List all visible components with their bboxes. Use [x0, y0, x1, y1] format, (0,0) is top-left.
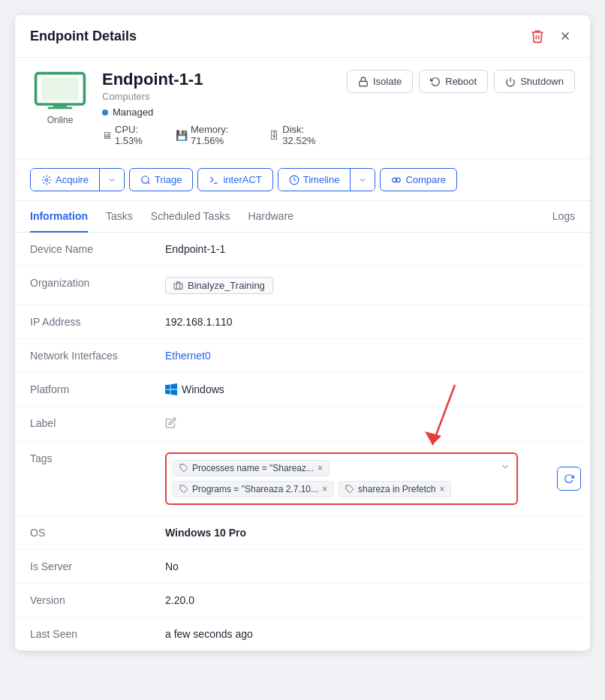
value-platform: Windows — [165, 383, 575, 395]
svg-rect-3 — [41, 77, 79, 101]
tab-logs[interactable]: Logs — [552, 201, 575, 233]
shutdown-label: Shutdown — [520, 76, 564, 87]
shutdown-button[interactable]: Shutdown — [494, 70, 575, 93]
tags-refresh-button[interactable] — [557, 467, 581, 491]
timeline-button[interactable]: Timeline — [278, 169, 351, 191]
tab-tasks[interactable]: Tasks — [106, 201, 133, 233]
reboot-icon — [430, 77, 441, 87]
delete-button[interactable] — [527, 26, 548, 47]
endpoint-info-section: Online Endpoint-1-1 Computers Managed 🖥 … — [15, 58, 590, 159]
tabs: Information Tasks Scheduled Tasks Hardwa… — [15, 201, 590, 233]
isolate-button[interactable]: Isolate — [347, 70, 413, 93]
tag-remove-3[interactable]: × — [439, 484, 444, 494]
triage-label: Triage — [155, 174, 182, 185]
compare-button[interactable]: Compare — [380, 168, 456, 191]
cpu-stat: 🖥 CPU: 1.53% — [102, 124, 164, 146]
label-last-seen: Last Seen — [30, 628, 165, 640]
timeline-dropdown-button[interactable] — [351, 169, 375, 191]
svg-point-8 — [45, 179, 48, 182]
tag-icon-3 — [345, 485, 354, 494]
endpoint-category: Computers — [102, 91, 335, 102]
delete-icon — [530, 29, 545, 44]
search-icon — [140, 175, 151, 185]
refresh-icon — [564, 473, 574, 484]
org-icon — [173, 281, 183, 290]
svg-line-10 — [148, 182, 150, 184]
platform-value: Windows — [165, 383, 575, 395]
dropdown-icon — [500, 461, 510, 472]
label-is-server: Is Server — [30, 560, 165, 572]
compare-label: Compare — [405, 174, 445, 185]
interact-button[interactable]: interACT — [197, 168, 272, 191]
tag-chip-3: shareza in Prefetch × — [339, 481, 451, 497]
cpu-icon: 🖥 — [102, 130, 112, 141]
cpu-value: CPU: 1.53% — [115, 124, 164, 146]
acquire-button[interactable]: Acquire — [31, 169, 100, 191]
svg-point-9 — [142, 176, 149, 182]
row-version: Version 2.20.0 — [15, 584, 590, 617]
tag-remove-2[interactable]: × — [322, 484, 327, 494]
compare-icon — [391, 175, 402, 185]
info-table: Device Name Endpoint-1-1 Organization Bi… — [15, 233, 590, 650]
endpoint-name: Endpoint-1-1 — [102, 70, 335, 89]
value-organization: Binalyze_Training — [165, 277, 575, 294]
triage-button[interactable]: Triage — [129, 168, 193, 191]
value-version: 2.20.0 — [165, 594, 575, 606]
endpoint-meta: Endpoint-1-1 Computers Managed 🖥 CPU: 1.… — [102, 70, 335, 146]
managed-label: Managed — [113, 107, 153, 118]
endpoint-icon-wrap: Online — [30, 70, 90, 125]
action-buttons: Isolate Reboot Shutdown — [347, 70, 575, 93]
edit-icon — [165, 417, 176, 428]
tags-area: Processes name = "Shareaz... × — [165, 452, 552, 505]
row-last-seen: Last Seen a few seconds ago — [15, 617, 590, 650]
system-stats: 🖥 CPU: 1.53% 💾 Memory: 71.56% 🗄 Disk: 32… — [102, 124, 335, 146]
panel-header: Endpoint Details — [15, 15, 590, 58]
timeline-group: Timeline — [278, 168, 376, 191]
chevron-down-icon-2 — [358, 176, 367, 185]
disk-stat: 🗄 Disk: 32.52% — [269, 124, 335, 146]
memory-value: Memory: 71.56% — [191, 124, 257, 146]
tags-row-2: Programs = "Shareaza 2.7.10... × shareza… — [173, 481, 510, 497]
row-tags: Tags Processes name = "Shareaz... — [15, 442, 590, 516]
tag-icon — [179, 464, 188, 473]
label-edit-icon[interactable] — [165, 418, 176, 431]
acquire-dropdown-button[interactable] — [100, 169, 124, 191]
platform-name: Windows — [182, 383, 224, 395]
toolbar: Acquire Triage interACT — [15, 159, 590, 201]
tag-label-1: Processes name = "Shareaz... — [192, 463, 314, 473]
isolate-label: Isolate — [373, 76, 402, 87]
header-actions — [527, 26, 575, 47]
acquire-group: Acquire — [30, 168, 125, 191]
row-label: Label — [15, 407, 590, 442]
tab-scheduled-tasks[interactable]: Scheduled Tasks — [151, 201, 230, 233]
value-ip-address: 192.168.1.110 — [165, 316, 575, 328]
tab-information[interactable]: Information — [30, 201, 88, 233]
tags-container: Processes name = "Shareaz... × — [165, 452, 518, 505]
row-is-server: Is Server No — [15, 550, 590, 584]
reboot-button[interactable]: Reboot — [419, 70, 488, 93]
value-last-seen: a few seconds ago — [165, 628, 575, 640]
timeline-icon — [289, 175, 299, 185]
tag-chip-1: Processes name = "Shareaz... × — [173, 460, 330, 476]
windows-icon — [165, 383, 177, 395]
label-organization: Organization — [30, 277, 165, 289]
shutdown-icon — [505, 77, 516, 87]
svg-rect-4 — [53, 104, 67, 107]
row-organization: Organization Binalyze_Training — [15, 266, 590, 305]
tag-remove-1[interactable]: × — [318, 463, 323, 473]
svg-rect-15 — [174, 284, 182, 290]
close-icon — [558, 29, 572, 43]
tab-hardware[interactable]: Hardware — [248, 201, 293, 233]
reboot-label: Reboot — [445, 76, 477, 87]
value-label — [165, 417, 575, 431]
panel-title: Endpoint Details — [30, 29, 137, 44]
monitor-icon — [33, 70, 87, 112]
label-os: OS — [30, 527, 165, 539]
memory-icon: 💾 — [176, 130, 188, 141]
row-platform: Platform Windows — [15, 373, 590, 407]
managed-dot — [102, 110, 108, 116]
value-os: Windows 10 Pro — [165, 527, 575, 539]
ethernet-link[interactable]: Ethernet0 — [165, 350, 211, 362]
svg-rect-6 — [360, 81, 368, 86]
close-button[interactable] — [555, 26, 575, 46]
